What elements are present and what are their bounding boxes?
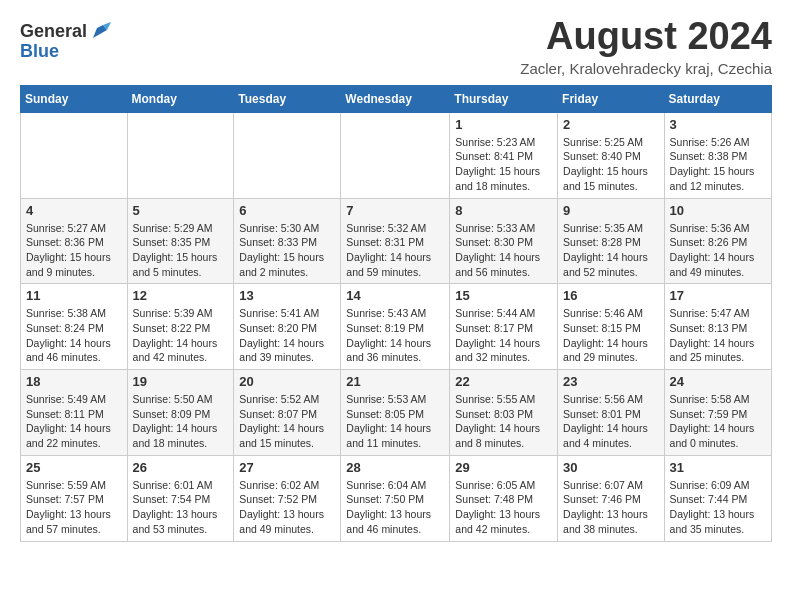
day-number: 11	[26, 288, 122, 303]
weekday-header-tuesday: Tuesday	[234, 85, 341, 112]
day-number: 5	[133, 203, 229, 218]
day-info: Sunrise: 6:07 AMSunset: 7:46 PMDaylight:…	[563, 478, 659, 537]
day-info: Sunrise: 5:58 AMSunset: 7:59 PMDaylight:…	[670, 392, 766, 451]
page-header: General Blue August 2024 Zacler, Kralove…	[20, 16, 772, 77]
calendar-cell: 15Sunrise: 5:44 AMSunset: 8:17 PMDayligh…	[450, 284, 558, 370]
day-info: Sunrise: 5:30 AMSunset: 8:33 PMDaylight:…	[239, 221, 335, 280]
day-info: Sunrise: 6:05 AMSunset: 7:48 PMDaylight:…	[455, 478, 552, 537]
day-number: 16	[563, 288, 659, 303]
location-subtitle: Zacler, Kralovehradecky kraj, Czechia	[520, 60, 772, 77]
logo-general-text: General	[20, 22, 87, 40]
day-number: 3	[670, 117, 766, 132]
day-number: 8	[455, 203, 552, 218]
day-number: 14	[346, 288, 444, 303]
weekday-header-thursday: Thursday	[450, 85, 558, 112]
calendar-cell: 9Sunrise: 5:35 AMSunset: 8:28 PMDaylight…	[558, 198, 665, 284]
day-number: 28	[346, 460, 444, 475]
calendar-cell: 25Sunrise: 5:59 AMSunset: 7:57 PMDayligh…	[21, 455, 128, 541]
day-info: Sunrise: 5:36 AMSunset: 8:26 PMDaylight:…	[670, 221, 766, 280]
day-number: 4	[26, 203, 122, 218]
calendar-cell: 27Sunrise: 6:02 AMSunset: 7:52 PMDayligh…	[234, 455, 341, 541]
calendar-cell: 4Sunrise: 5:27 AMSunset: 8:36 PMDaylight…	[21, 198, 128, 284]
calendar-week-row: 25Sunrise: 5:59 AMSunset: 7:57 PMDayligh…	[21, 455, 772, 541]
day-info: Sunrise: 5:49 AMSunset: 8:11 PMDaylight:…	[26, 392, 122, 451]
day-number: 15	[455, 288, 552, 303]
calendar-cell: 23Sunrise: 5:56 AMSunset: 8:01 PMDayligh…	[558, 370, 665, 456]
day-number: 9	[563, 203, 659, 218]
month-year-title: August 2024	[520, 16, 772, 58]
day-info: Sunrise: 5:41 AMSunset: 8:20 PMDaylight:…	[239, 306, 335, 365]
day-info: Sunrise: 5:26 AMSunset: 8:38 PMDaylight:…	[670, 135, 766, 194]
calendar-cell: 1Sunrise: 5:23 AMSunset: 8:41 PMDaylight…	[450, 112, 558, 198]
calendar-cell: 19Sunrise: 5:50 AMSunset: 8:09 PMDayligh…	[127, 370, 234, 456]
calendar-cell: 16Sunrise: 5:46 AMSunset: 8:15 PMDayligh…	[558, 284, 665, 370]
day-info: Sunrise: 5:55 AMSunset: 8:03 PMDaylight:…	[455, 392, 552, 451]
calendar-cell	[21, 112, 128, 198]
day-info: Sunrise: 5:59 AMSunset: 7:57 PMDaylight:…	[26, 478, 122, 537]
calendar-cell: 24Sunrise: 5:58 AMSunset: 7:59 PMDayligh…	[664, 370, 771, 456]
calendar-cell: 22Sunrise: 5:55 AMSunset: 8:03 PMDayligh…	[450, 370, 558, 456]
day-number: 13	[239, 288, 335, 303]
calendar-cell: 30Sunrise: 6:07 AMSunset: 7:46 PMDayligh…	[558, 455, 665, 541]
weekday-header-wednesday: Wednesday	[341, 85, 450, 112]
day-number: 26	[133, 460, 229, 475]
logo: General Blue	[20, 20, 111, 61]
day-number: 17	[670, 288, 766, 303]
calendar-cell: 20Sunrise: 5:52 AMSunset: 8:07 PMDayligh…	[234, 370, 341, 456]
calendar-cell: 18Sunrise: 5:49 AMSunset: 8:11 PMDayligh…	[21, 370, 128, 456]
day-number: 10	[670, 203, 766, 218]
day-info: Sunrise: 5:52 AMSunset: 8:07 PMDaylight:…	[239, 392, 335, 451]
day-info: Sunrise: 5:25 AMSunset: 8:40 PMDaylight:…	[563, 135, 659, 194]
calendar-cell: 2Sunrise: 5:25 AMSunset: 8:40 PMDaylight…	[558, 112, 665, 198]
calendar-cell: 11Sunrise: 5:38 AMSunset: 8:24 PMDayligh…	[21, 284, 128, 370]
day-number: 2	[563, 117, 659, 132]
day-info: Sunrise: 5:50 AMSunset: 8:09 PMDaylight:…	[133, 392, 229, 451]
calendar-cell: 28Sunrise: 6:04 AMSunset: 7:50 PMDayligh…	[341, 455, 450, 541]
day-info: Sunrise: 6:04 AMSunset: 7:50 PMDaylight:…	[346, 478, 444, 537]
day-number: 29	[455, 460, 552, 475]
calendar-cell: 14Sunrise: 5:43 AMSunset: 8:19 PMDayligh…	[341, 284, 450, 370]
calendar-cell: 8Sunrise: 5:33 AMSunset: 8:30 PMDaylight…	[450, 198, 558, 284]
calendar-cell: 7Sunrise: 5:32 AMSunset: 8:31 PMDaylight…	[341, 198, 450, 284]
day-info: Sunrise: 5:43 AMSunset: 8:19 PMDaylight:…	[346, 306, 444, 365]
weekday-header-saturday: Saturday	[664, 85, 771, 112]
day-info: Sunrise: 5:33 AMSunset: 8:30 PMDaylight:…	[455, 221, 552, 280]
day-info: Sunrise: 6:01 AMSunset: 7:54 PMDaylight:…	[133, 478, 229, 537]
weekday-header-sunday: Sunday	[21, 85, 128, 112]
day-number: 24	[670, 374, 766, 389]
day-info: Sunrise: 5:27 AMSunset: 8:36 PMDaylight:…	[26, 221, 122, 280]
weekday-header-monday: Monday	[127, 85, 234, 112]
day-info: Sunrise: 5:44 AMSunset: 8:17 PMDaylight:…	[455, 306, 552, 365]
weekday-header-row: SundayMondayTuesdayWednesdayThursdayFrid…	[21, 85, 772, 112]
day-info: Sunrise: 6:09 AMSunset: 7:44 PMDaylight:…	[670, 478, 766, 537]
day-info: Sunrise: 5:47 AMSunset: 8:13 PMDaylight:…	[670, 306, 766, 365]
day-number: 1	[455, 117, 552, 132]
calendar-week-row: 18Sunrise: 5:49 AMSunset: 8:11 PMDayligh…	[21, 370, 772, 456]
weekday-header-friday: Friday	[558, 85, 665, 112]
day-info: Sunrise: 5:32 AMSunset: 8:31 PMDaylight:…	[346, 221, 444, 280]
calendar-cell: 5Sunrise: 5:29 AMSunset: 8:35 PMDaylight…	[127, 198, 234, 284]
day-info: Sunrise: 5:46 AMSunset: 8:15 PMDaylight:…	[563, 306, 659, 365]
day-number: 6	[239, 203, 335, 218]
day-number: 21	[346, 374, 444, 389]
day-number: 19	[133, 374, 229, 389]
calendar-cell: 13Sunrise: 5:41 AMSunset: 8:20 PMDayligh…	[234, 284, 341, 370]
day-info: Sunrise: 5:53 AMSunset: 8:05 PMDaylight:…	[346, 392, 444, 451]
calendar-cell: 26Sunrise: 6:01 AMSunset: 7:54 PMDayligh…	[127, 455, 234, 541]
day-number: 20	[239, 374, 335, 389]
day-number: 31	[670, 460, 766, 475]
day-info: Sunrise: 5:29 AMSunset: 8:35 PMDaylight:…	[133, 221, 229, 280]
day-info: Sunrise: 5:23 AMSunset: 8:41 PMDaylight:…	[455, 135, 552, 194]
day-number: 25	[26, 460, 122, 475]
calendar-cell	[127, 112, 234, 198]
calendar-week-row: 1Sunrise: 5:23 AMSunset: 8:41 PMDaylight…	[21, 112, 772, 198]
day-info: Sunrise: 6:02 AMSunset: 7:52 PMDaylight:…	[239, 478, 335, 537]
calendar-week-row: 11Sunrise: 5:38 AMSunset: 8:24 PMDayligh…	[21, 284, 772, 370]
day-number: 23	[563, 374, 659, 389]
calendar-week-row: 4Sunrise: 5:27 AMSunset: 8:36 PMDaylight…	[21, 198, 772, 284]
day-info: Sunrise: 5:56 AMSunset: 8:01 PMDaylight:…	[563, 392, 659, 451]
day-number: 22	[455, 374, 552, 389]
calendar-cell: 29Sunrise: 6:05 AMSunset: 7:48 PMDayligh…	[450, 455, 558, 541]
day-info: Sunrise: 5:35 AMSunset: 8:28 PMDaylight:…	[563, 221, 659, 280]
calendar-cell	[234, 112, 341, 198]
